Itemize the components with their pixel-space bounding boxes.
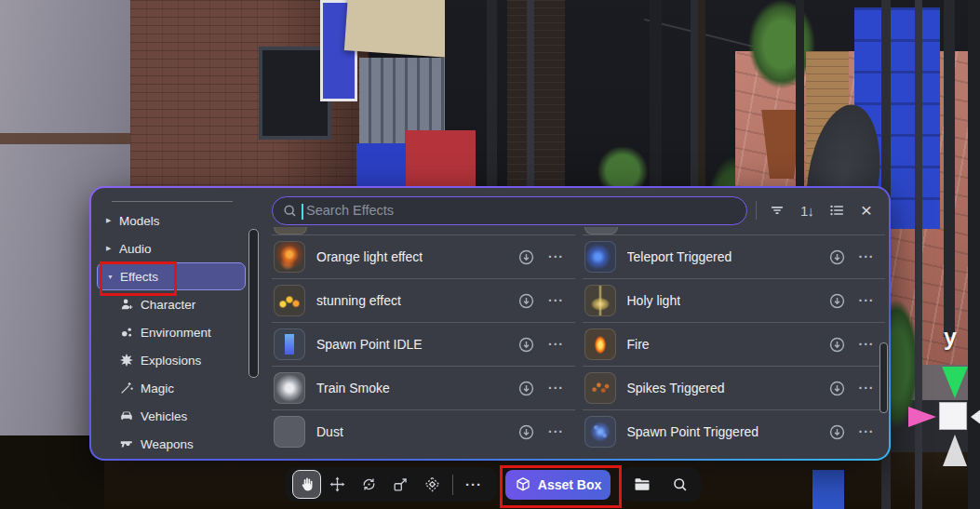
asset-row-orange-light-effect[interactable]: Orange light effect ···: [272, 234, 575, 278]
sidebar-item-label: Magic: [141, 382, 174, 395]
annotation-box-effects: [100, 261, 177, 296]
file-toolbar: [621, 467, 701, 502]
transform-toolbar: ···: [285, 467, 497, 502]
scene-search-button[interactable]: [664, 471, 695, 499]
asset-name: Spikes Triggered: [627, 381, 725, 395]
download-cloud-icon: [828, 380, 846, 397]
download-cloud-icon: [828, 292, 846, 310]
sort-button[interactable]: 1↓: [792, 196, 822, 224]
more-options-button[interactable]: ···: [855, 289, 878, 312]
partial-asset-thumbnail: [274, 227, 307, 234]
asset-thumbnail[interactable]: [274, 285, 305, 316]
chevron-right-icon: ▶: [106, 217, 119, 224]
more-options-button[interactable]: ···: [855, 377, 878, 399]
scene-red-box: [406, 130, 476, 186]
asset-thumbnail[interactable]: [274, 241, 305, 273]
editor-viewport: y ▶ Models ▶ Audio ▼: [0, 0, 980, 509]
more-options-button[interactable]: ···: [545, 421, 568, 443]
gizmo-down-axis-handle[interactable]: [943, 435, 967, 466]
sidebar-item-label: Explosions: [141, 354, 201, 368]
download-button[interactable]: [826, 377, 848, 399]
close-button[interactable]: ×: [852, 196, 881, 224]
asset-box-panel: ▶ Models ▶ Audio ▼ Effects: [89, 186, 891, 461]
more-options-button[interactable]: ···: [545, 377, 568, 399]
asset-list-scrollbar[interactable]: [879, 342, 888, 413]
search-input[interactable]: [298, 203, 737, 218]
sidebar-item-vehicles[interactable]: Vehicles: [91, 402, 270, 430]
asset-row-holy-light[interactable]: Holy light ···: [583, 278, 886, 322]
more-options-button[interactable]: ···: [545, 333, 568, 355]
gizmo-center-cube[interactable]: [939, 402, 967, 430]
sort-numeric-icon: 1↓: [800, 203, 813, 219]
asset-name: Spawn Point IDLE: [316, 337, 423, 352]
more-options-button[interactable]: ···: [855, 333, 878, 355]
gun-icon: [119, 436, 134, 451]
more-options-button[interactable]: ···: [855, 246, 878, 268]
scale-tool-button[interactable]: [384, 471, 416, 499]
more-options-button[interactable]: ···: [545, 289, 568, 312]
asset-thumbnail[interactable]: [274, 416, 305, 448]
asset-row-dust[interactable]: Dust ···: [272, 409, 575, 453]
asset-thumbnail[interactable]: [584, 416, 616, 448]
asset-name: Orange light effect: [316, 249, 423, 264]
text-caret: [302, 204, 303, 220]
download-button[interactable]: [826, 246, 848, 268]
download-button[interactable]: [516, 246, 538, 268]
download-cloud-icon: [828, 248, 846, 266]
close-icon: ×: [861, 199, 872, 221]
asset-thumbnail[interactable]: [584, 241, 616, 273]
sidebar-scrollbar[interactable]: [248, 229, 259, 378]
focus-tool-button[interactable]: [416, 471, 448, 499]
download-cloud-icon: [517, 292, 535, 310]
download-button[interactable]: [516, 289, 538, 312]
asset-row-spawn-point-triggered[interactable]: Spawn Point Triggered ···: [583, 409, 886, 453]
scene-pole: [915, 0, 922, 509]
asset-row-fire[interactable]: Fire ···: [583, 322, 886, 366]
rotate-tool-button[interactable]: [353, 471, 384, 499]
asset-row-train-smoke[interactable]: Train Smoke ···: [272, 366, 575, 409]
asset-row-stunning-effect[interactable]: stunning effect ···: [272, 278, 575, 322]
asset-thumbnail[interactable]: [274, 328, 305, 360]
asset-row-teleport-triggered[interactable]: Teleport Triggered ···: [583, 234, 886, 278]
scene-wall-stripe: [0, 133, 132, 144]
sidebar-item-label: Models: [119, 214, 160, 228]
more-options-button[interactable]: ···: [545, 246, 568, 268]
sidebar-item-models[interactable]: ▶ Models: [91, 207, 270, 234]
asset-thumbnail[interactable]: [584, 285, 616, 316]
asset-category-sidebar: ▶ Models ▶ Audio ▼ Effects: [91, 188, 270, 459]
download-button[interactable]: [826, 421, 848, 443]
asset-thumbnail[interactable]: [584, 372, 616, 404]
download-button[interactable]: [826, 289, 848, 312]
gizmo-y-axis-handle[interactable]: [942, 367, 968, 398]
asset-row-spawn-point-idle[interactable]: Spawn Point IDLE ···: [272, 322, 575, 366]
car-icon: [119, 409, 134, 423]
gizmo-x-axis-handle[interactable]: [908, 407, 936, 427]
hand-icon: [298, 476, 315, 493]
more-options-button[interactable]: ···: [855, 421, 878, 443]
folder-button[interactable]: [626, 471, 658, 499]
sidebar-item-audio[interactable]: ▶ Audio: [91, 234, 270, 262]
sidebar-item-environment[interactable]: Environment: [91, 318, 270, 346]
header-divider: [756, 201, 757, 220]
download-button[interactable]: [516, 333, 538, 355]
more-tools-button[interactable]: ···: [458, 471, 490, 499]
sidebar-item-explosions[interactable]: Explosions: [91, 346, 270, 374]
asset-thumbnail[interactable]: [274, 372, 305, 404]
pan-tool-button[interactable]: [292, 470, 321, 499]
character-icon: [119, 297, 134, 312]
move-tool-button[interactable]: [321, 471, 353, 499]
list-view-button[interactable]: [822, 196, 852, 224]
sidebar-item-weapons[interactable]: Weapons: [91, 430, 270, 458]
gizmo-right-axis-handle[interactable]: [971, 409, 980, 425]
filter-button[interactable]: [762, 196, 792, 224]
scene-pole: [968, 0, 980, 509]
list-view-icon: [828, 202, 845, 219]
download-button[interactable]: [516, 421, 538, 443]
download-button[interactable]: [516, 377, 538, 399]
asset-row-spikes-triggered[interactable]: Spikes Triggered ···: [583, 366, 886, 409]
search-icon: [282, 203, 298, 219]
download-button[interactable]: [826, 333, 848, 355]
partial-asset-thumbnail: [584, 227, 618, 234]
sidebar-item-magic[interactable]: Magic: [91, 374, 270, 402]
asset-thumbnail[interactable]: [584, 328, 616, 360]
